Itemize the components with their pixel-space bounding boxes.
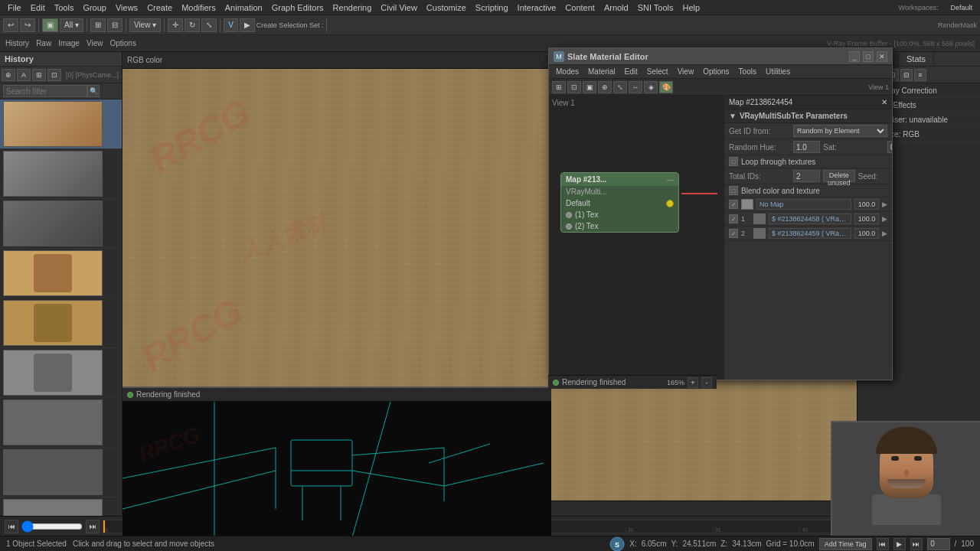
menu-tools[interactable]: Tools xyxy=(50,3,79,12)
mat-menu-view[interactable]: View xyxy=(674,67,698,76)
mat-input-socket-1[interactable] xyxy=(566,212,572,218)
props-random-hue-input[interactable] xyxy=(793,141,820,153)
mat-menu-modes[interactable]: Modes xyxy=(552,67,583,76)
props-tex2-expand[interactable]: ▶ xyxy=(882,230,887,237)
asset-item-1[interactable] xyxy=(0,99,122,149)
asset-item-8[interactable] xyxy=(0,448,122,497)
asset-item-3[interactable] xyxy=(0,199,122,249)
menu-modifiers[interactable]: Modifiers xyxy=(177,3,220,12)
mat-tool-4[interactable]: ⊕ xyxy=(598,81,612,93)
props-blend-check[interactable]: □ xyxy=(729,186,738,195)
props-total-ids-input[interactable] xyxy=(793,170,820,182)
history-btn-4[interactable]: ⊡ xyxy=(47,69,61,81)
sub-menu-render[interactable]: Raw xyxy=(34,39,54,47)
mat-tool-5[interactable]: ⤡ xyxy=(613,81,627,93)
mat-menu-select[interactable]: Select xyxy=(643,67,672,76)
sub-menu-view[interactable]: View xyxy=(84,39,106,47)
material-node[interactable]: Map #213... — VRayMulti... Default (1) xyxy=(560,172,679,233)
menu-create[interactable]: Create xyxy=(142,3,177,12)
zoom-in-btn[interactable]: + xyxy=(688,377,698,388)
toolbar-redo[interactable]: ↪ xyxy=(20,18,35,32)
mat-menu-material[interactable]: Material xyxy=(584,67,619,76)
nav-next-btn[interactable]: ⏭ xyxy=(910,538,923,550)
history-btn-2[interactable]: A xyxy=(17,69,31,81)
menu-interactive[interactable]: Interactive xyxy=(513,3,561,12)
menu-scripting[interactable]: Scripting xyxy=(471,3,513,12)
mat-menu-utilities[interactable]: Utilities xyxy=(762,67,794,76)
mat-tool-6[interactable]: ↔ xyxy=(629,81,642,93)
mat-menu-options[interactable]: Options xyxy=(699,67,733,76)
timeline-scrubber[interactable] xyxy=(21,521,83,532)
mat-output-socket[interactable] xyxy=(666,200,674,207)
props-get-id-select[interactable]: Random by Element xyxy=(793,125,887,137)
toolbar-render[interactable]: ▶ xyxy=(240,18,255,32)
menu-customize[interactable]: Customize xyxy=(422,3,471,12)
mat-tool-1[interactable]: ⊞ xyxy=(552,81,566,93)
props-tex1-check[interactable]: ✓ xyxy=(729,214,738,223)
toolbar-view[interactable]: View ▾ xyxy=(129,18,161,32)
sub-menu-file[interactable]: History xyxy=(3,39,31,47)
mat-tool-3[interactable]: ▣ xyxy=(583,81,596,93)
sub-menu-options[interactable]: Options xyxy=(107,39,138,47)
props-tex2-swatch[interactable] xyxy=(753,228,766,239)
menu-content[interactable]: Content xyxy=(560,3,599,12)
menu-help[interactable]: Help xyxy=(678,3,705,12)
mat-tool-7[interactable]: ◈ xyxy=(644,81,658,93)
toolbar-mode[interactable]: All ▾ xyxy=(60,18,83,32)
toolbar-move[interactable]: ✛ xyxy=(168,18,183,32)
props-close-icon[interactable]: ✕ xyxy=(881,98,887,106)
search-input[interactable] xyxy=(3,85,87,97)
toolbar-rotate[interactable]: ↻ xyxy=(185,18,200,32)
props-delete-unused-btn[interactable]: Delete unused xyxy=(823,170,855,182)
win-close[interactable]: ✕ xyxy=(877,51,887,62)
menu-civil[interactable]: Civil View xyxy=(376,3,421,12)
node-panel[interactable]: View 1 Map #213... — VRayMulti... Defaul… xyxy=(549,96,724,380)
sub-menu-image[interactable]: Image xyxy=(56,39,82,47)
asset-item-9[interactable] xyxy=(0,497,122,516)
asset-item-5[interactable] xyxy=(0,298,122,348)
nav-prev-btn[interactable]: ⏮ xyxy=(877,538,889,550)
mat-tool-2[interactable]: ⊡ xyxy=(567,81,581,93)
toolbar-vray[interactable]: V xyxy=(224,18,238,32)
asset-item-4[interactable] xyxy=(0,249,122,298)
search-button[interactable]: 🔍 xyxy=(87,85,100,97)
win-minimize[interactable]: _ xyxy=(849,51,860,62)
toolbar-undo[interactable]: ↩ xyxy=(3,18,18,32)
props-tex1-expand[interactable]: ▶ xyxy=(882,215,887,223)
asset-item-7[interactable] xyxy=(0,398,122,448)
props-loop-check[interactable]: □ xyxy=(729,157,738,166)
menu-arnold[interactable]: Arnold xyxy=(599,3,633,12)
menu-graph[interactable]: Graph Editors xyxy=(267,3,328,12)
tab-stats[interactable]: Stats xyxy=(899,52,934,66)
toolbar-select[interactable]: ▣ xyxy=(42,18,58,32)
mat-tool-8[interactable]: 🎨 xyxy=(659,81,673,93)
toolbar-link[interactable]: ⊞ xyxy=(90,18,106,32)
zoom-out-btn[interactable]: - xyxy=(701,377,712,388)
asset-item-2[interactable] xyxy=(0,149,122,199)
layer-btn-5[interactable]: ≡ xyxy=(914,69,926,81)
menu-sni[interactable]: SNI Tools xyxy=(633,3,678,12)
history-btn-1[interactable]: ⊕ xyxy=(2,69,15,81)
frame-input[interactable] xyxy=(927,538,950,550)
props-default-expand[interactable]: ▶ xyxy=(882,201,887,208)
props-default-color-swatch[interactable] xyxy=(741,199,753,210)
bottom-render-canvas[interactable]: RRCG xyxy=(122,402,551,536)
props-default-color-check[interactable]: ✓ xyxy=(729,200,738,209)
menu-file[interactable]: File xyxy=(3,3,26,12)
mat-input-socket-2[interactable] xyxy=(566,223,572,230)
props-sat-input[interactable] xyxy=(887,141,892,153)
mat-menu-edit[interactable]: Edit xyxy=(621,67,642,76)
toolbar-scale[interactable]: ⤡ xyxy=(201,18,217,32)
menu-group[interactable]: Group xyxy=(78,3,111,12)
add-time-tag-btn[interactable]: Add Time Tag xyxy=(819,538,872,550)
anim-goto-end[interactable]: ⏭ xyxy=(86,520,100,533)
toolbar-unlink[interactable]: ⊟ xyxy=(107,18,122,32)
menu-views[interactable]: Views xyxy=(111,3,142,12)
menu-animation[interactable]: Animation xyxy=(220,3,267,12)
props-tex2-check[interactable]: ✓ xyxy=(729,229,738,238)
asset-item-6[interactable] xyxy=(0,348,122,398)
layer-btn-4[interactable]: ⊟ xyxy=(900,69,913,81)
mat-menu-tools[interactable]: Tools xyxy=(735,67,760,76)
props-tex1-swatch[interactable] xyxy=(753,214,766,224)
history-btn-3[interactable]: ⊞ xyxy=(32,69,46,81)
